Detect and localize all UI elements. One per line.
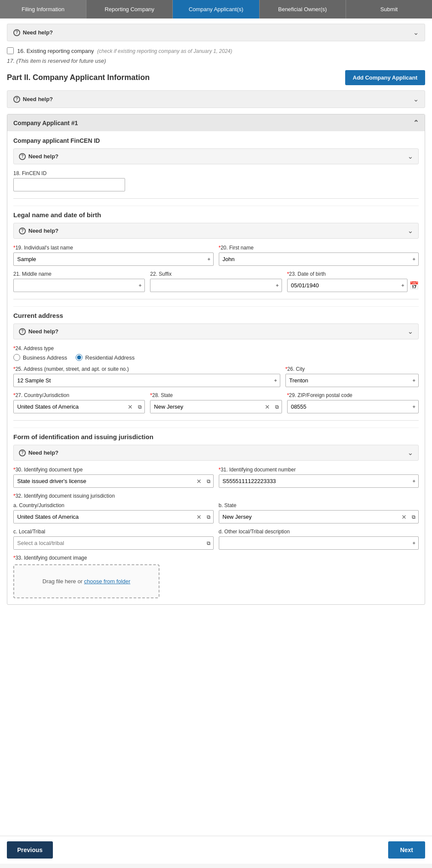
field32b-input[interactable] — [219, 511, 399, 523]
applicant1-header[interactable]: Company Applicant #1 ⌃ — [7, 114, 425, 131]
field30-col: *30. Identifying document type ✕ ⧉ — [13, 467, 214, 488]
address-help-box[interactable]: ? Need help? ⌄ — [13, 323, 419, 339]
field33-upload-container: Drag file here or choose from folder — [13, 564, 159, 598]
field32c-arrow[interactable]: ⧉ — [204, 540, 213, 546]
next-button[interactable]: Next — [388, 841, 425, 859]
field20-input[interactable] — [219, 252, 419, 266]
field23-col: *23. Date of birth ✦ 📅 — [287, 271, 419, 292]
field25-wrap: ✦ — [13, 374, 280, 387]
field32b-arrow[interactable]: ⧉ — [409, 514, 418, 520]
field23-label: *23. Date of birth — [287, 271, 419, 277]
field28-input[interactable] — [150, 400, 262, 413]
address-type-group: Business Address Residential Address — [13, 354, 419, 361]
field25-input[interactable] — [13, 374, 280, 387]
bottom-navigation: Previous Next — [0, 836, 432, 864]
field32c-input[interactable] — [14, 537, 204, 549]
field22-input[interactable] — [150, 279, 282, 292]
previous-button[interactable]: Previous — [7, 841, 53, 859]
field28-arrow[interactable]: ⧉ — [273, 404, 282, 410]
field26-input[interactable] — [285, 374, 419, 387]
id-row3: c. Local/Tribal ⧉ d. Other local/Tribal … — [13, 529, 419, 550]
field28-wrap: ✕ ⧉ — [150, 400, 282, 413]
field29-input[interactable] — [287, 400, 419, 413]
part2-help-box[interactable]: ? Need help? ⌄ — [7, 90, 425, 108]
field32a-input[interactable] — [14, 511, 194, 523]
calendar-icon[interactable]: 📅 — [409, 281, 419, 290]
upload-link[interactable]: choose from folder — [84, 578, 131, 585]
field26-icon: ✦ — [412, 378, 416, 384]
field32b-label: b. State — [219, 502, 419, 508]
field32a-clear[interactable]: ✕ — [194, 514, 204, 520]
field31-label: *31. Identifying document number — [219, 467, 419, 473]
field32b-col: b. State ✕ ⧉ — [219, 502, 419, 523]
field30-arrow[interactable]: ⧉ — [204, 478, 213, 484]
tab-company-applicants[interactable]: Company Applicant(s) — [173, 0, 259, 18]
field18-label: 18. FinCEN ID — [13, 170, 125, 176]
fincen-help-box[interactable]: ? Need help? ⌄ — [13, 148, 419, 164]
tab-filing-information[interactable]: Filing Information — [0, 0, 86, 18]
radio-business[interactable]: Business Address — [13, 354, 67, 361]
field31-input[interactable] — [219, 474, 419, 488]
address-row1: *25. Address (number, street, and apt. o… — [13, 366, 419, 387]
field20-icon: ✦ — [412, 256, 416, 262]
field32a-wrap: ✕ ⧉ — [13, 510, 214, 523]
field21-label: 21. Middle name — [13, 271, 145, 277]
field27-col: *27. Country/Jurisdiction ✕ ⧉ — [13, 392, 145, 413]
legal-help-chevron: ⌄ — [407, 227, 413, 235]
field32d-input[interactable] — [219, 536, 419, 550]
legal-name-section: Legal name and date of birth ? Need help… — [13, 206, 419, 292]
field32b-wrap: ✕ ⧉ — [219, 510, 419, 523]
tab-submit[interactable]: Submit — [346, 0, 432, 18]
field29-wrap: ✦ — [287, 400, 419, 413]
field19-input[interactable] — [13, 252, 214, 266]
field32-label: *32. Identifying document issuing jurisd… — [13, 493, 419, 499]
fincen-section: Company applicant FinCEN ID ? Need help?… — [13, 137, 419, 191]
applicant1-content: Company applicant FinCEN ID ? Need help?… — [7, 131, 425, 604]
add-company-applicant-button[interactable]: Add Company Applicant — [345, 70, 425, 85]
name-row2: 21. Middle name ✦ 22. Suffix ✦ — [13, 271, 419, 292]
radio-business-input[interactable] — [13, 354, 20, 361]
part2-help-icon: ? — [13, 96, 20, 103]
legal-help-box[interactable]: ? Need help? ⌄ — [13, 223, 419, 239]
field16-checkbox[interactable] — [7, 47, 14, 54]
divider1 — [13, 198, 419, 199]
field20-label: *20. First name — [219, 245, 419, 251]
field20-wrap: ✦ — [219, 252, 419, 266]
tab-beneficial-owners[interactable]: Beneficial Owner(s) — [260, 0, 346, 18]
field28-clear[interactable]: ✕ — [262, 403, 273, 410]
address-help-label: Need help? — [28, 328, 58, 335]
field32b-clear[interactable]: ✕ — [399, 514, 409, 520]
address-section: Current address ? Need help? ⌄ *24. Addr… — [13, 306, 419, 413]
top-help-box[interactable]: ? Need help? ⌄ — [7, 24, 425, 41]
field21-input[interactable] — [13, 279, 145, 292]
field18-input[interactable] — [13, 178, 125, 191]
field32a-arrow[interactable]: ⧉ — [204, 514, 213, 520]
upload-area[interactable]: Drag file here or choose from folder — [13, 564, 159, 598]
field23-icon: ✦ — [401, 283, 405, 289]
field30-clear[interactable]: ✕ — [194, 478, 204, 485]
tab-reporting-company[interactable]: Reporting Company — [86, 0, 173, 18]
id-help-icon: ? — [19, 449, 26, 456]
field27-arrow[interactable]: ⧉ — [135, 404, 144, 410]
radio-residential-label: Residential Address — [85, 354, 135, 361]
field27-clear[interactable]: ✕ — [125, 403, 135, 410]
field16-label: 16. Existing reporting company (check if… — [17, 48, 232, 54]
id-help-box[interactable]: ? Need help? ⌄ — [13, 445, 419, 461]
field27-label: *27. Country/Jurisdiction — [13, 392, 145, 398]
fincen-help-label: Need help? — [28, 153, 58, 160]
legal-help-icon: ? — [19, 228, 26, 234]
fincen-help-icon: ? — [19, 153, 26, 160]
radio-residential[interactable]: Residential Address — [76, 354, 135, 361]
field23-input[interactable] — [287, 279, 407, 292]
field32d-icon: ✦ — [412, 540, 416, 546]
field19-icon: ✦ — [207, 256, 211, 262]
field32a-col: a. Country/Jurisdiction ✕ ⧉ — [13, 502, 214, 523]
field30-input[interactable] — [14, 475, 194, 487]
field21-wrap: ✦ — [13, 279, 145, 292]
field27-input[interactable] — [14, 400, 125, 413]
field30-label: *30. Identifying document type — [13, 467, 214, 473]
field18-wrap — [13, 178, 125, 191]
id-help-chevron: ⌄ — [407, 449, 413, 457]
radio-residential-input[interactable] — [76, 354, 83, 361]
field29-col: *29. ZIP/Foreign postal code ✦ — [287, 392, 419, 413]
